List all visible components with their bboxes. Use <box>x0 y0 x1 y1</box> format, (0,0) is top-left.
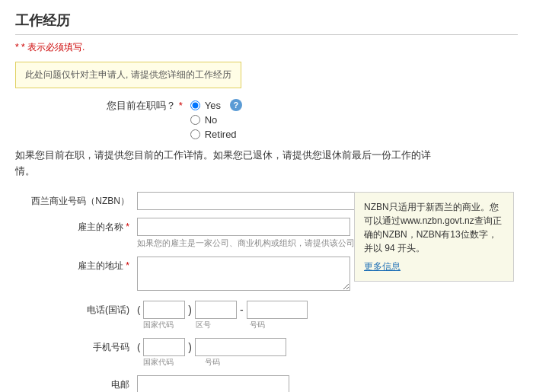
emp-required-star: * <box>179 100 183 111</box>
employment-help-icon[interactable]: ? <box>230 99 242 111</box>
phone-control: ( ) - 国家代码 区号 号码 <box>137 301 308 330</box>
employment-radio-group: Yes ? No Retired <box>190 99 242 140</box>
radio-yes[interactable]: Yes ? <box>190 99 242 111</box>
radio-retired-input[interactable] <box>190 129 200 139</box>
mobile-control: ( ) 国家代码 号码 <box>137 338 286 368</box>
employer-name-control: 如果您的雇主是一家公司、商业机构或组织，请提供该公司的 <box>137 218 365 249</box>
employer-name-req: * <box>126 221 129 232</box>
phone-sep2: - <box>240 301 244 319</box>
email-row: 电邮 <box>15 375 518 392</box>
required-star: * <box>15 42 19 53</box>
phone-sep1: ) <box>188 301 192 319</box>
email-control <box>137 375 365 392</box>
employer-address-label: 雇主的地址 * <box>15 257 137 272</box>
employer-address-control <box>137 257 365 293</box>
employer-name-input[interactable] <box>137 218 350 236</box>
paren-open-phone: ( <box>137 304 140 315</box>
mobile-row: 手机号码 ( ) 国家代码 号码 <box>15 338 518 368</box>
mobile-number-input[interactable] <box>195 338 286 356</box>
mobile-country-input[interactable] <box>143 338 185 356</box>
info-box: 此处问题仅针对主申请人, 请提供您详细的工作经历 <box>15 62 241 88</box>
nzbn-input[interactable] <box>137 192 365 210</box>
nzbn-control <box>137 192 365 210</box>
email-label: 电邮 <box>15 375 137 391</box>
nzbn-tooltip: NZBN只适用于新西兰的商业。您可以通过www.nzbn.govt.nz查询正确… <box>354 192 514 282</box>
employer-name-hint: 如果您的雇主是一家公司、商业机构或组织，请提供该公司的 <box>137 237 365 249</box>
employment-question-label: 您目前在职吗？ * <box>107 99 183 113</box>
mobile-country-label: 国家代码 <box>137 357 179 368</box>
phone-number-input[interactable] <box>247 301 308 319</box>
page-container: 工作经历 * * 表示必须填写. 此处问题仅针对主申请人, 请提供您详细的工作经… <box>0 0 533 392</box>
mobile-label: 手机号码 <box>15 338 137 354</box>
paren-open-mobile: ( <box>137 341 140 352</box>
radio-yes-input[interactable] <box>190 100 200 110</box>
radio-no-input[interactable] <box>190 115 200 125</box>
required-note: * * 表示必须填写. <box>15 41 518 54</box>
radio-retired[interactable]: Retired <box>190 129 242 140</box>
phone-label: 电话(国话) <box>15 301 137 317</box>
phone-number-label: 号码 <box>227 320 288 330</box>
section-title: 工作经历 <box>15 11 518 35</box>
phone-area-label: 区号 <box>182 320 224 330</box>
mobile-number-label: 号码 <box>182 357 243 368</box>
phone-country-label: 国家代码 <box>137 320 179 330</box>
form-section: NZBN只适用于新西兰的商业。您可以通过www.nzbn.govt.nz查询正确… <box>15 192 518 392</box>
employer-name-label: 雇主的名称 * <box>15 218 137 234</box>
phone-country-input[interactable] <box>143 301 185 319</box>
mobile-sep1: ) <box>188 338 192 356</box>
phone-row: 电话(国话) ( ) - 国家代码 区号 号码 <box>15 301 518 330</box>
email-input[interactable] <box>137 375 289 392</box>
phone-area-input[interactable] <box>195 301 237 319</box>
employment-question-row: 您目前在职吗？ * Yes ? No Retired <box>15 99 518 140</box>
tooltip-more-link[interactable]: 更多信息 <box>364 260 504 273</box>
radio-no[interactable]: No <box>190 114 242 126</box>
tooltip-text: NZBN只适用于新西兰的商业。您可以通过www.nzbn.govt.nz查询正确… <box>364 202 502 253</box>
description-text: 如果您目前在职，请提供您目前的工作详情。如果您已退休，请提供您退休前最后一份工作… <box>15 148 442 180</box>
employer-address-input[interactable] <box>137 257 350 291</box>
nzbn-label: 西兰商业号码（NZBN） <box>15 192 137 208</box>
